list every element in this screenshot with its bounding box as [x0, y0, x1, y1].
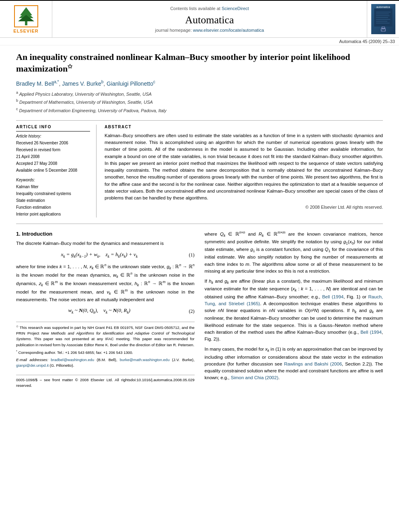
- email-burke[interactable]: burke@math.washington.edu: [120, 357, 170, 362]
- issn-line: 0005-1098/$ – see front matter © 2008 El…: [16, 377, 131, 389]
- journal-header: ELSEVIER Contents lists available at Sci…: [0, 0, 399, 38]
- right-para-2: If hk and gk are affine (linear plus a c…: [205, 278, 383, 343]
- footnote-1: ✩ This research was supported in part by…: [16, 325, 195, 348]
- journal-thumbnail: automatica: [367, 1, 399, 37]
- svg-rect-7: [14, 5, 15, 27]
- journal-center: Contents lists available at ScienceDirec…: [52, 1, 367, 37]
- affil-c: c Department of Information Engineering,…: [16, 106, 383, 114]
- right-para-3: In many cases, the model for xk in (1) i…: [205, 346, 383, 381]
- body-right-column: where Qk ∈ ℝn×n and Rk ∈ ℝm×m are the kn…: [205, 230, 383, 388]
- ref-bell-1994[interactable]: Bell (1994: [322, 294, 343, 299]
- svg-rect-8: [37, 5, 38, 27]
- affil-b: b Department of Mathematics, University …: [16, 98, 383, 106]
- main-content: An inequality constrained nonlinear Kalm…: [0, 45, 399, 396]
- date-revised-label: Received in revised form: [16, 146, 90, 153]
- elsevier-tree-icon: [14, 5, 38, 27]
- ref-bell-1994-2[interactable]: Bell (1994: [360, 330, 382, 335]
- sciencedirect-link[interactable]: ScienceDirect: [222, 6, 249, 11]
- date-revised: 21 April 2008: [16, 153, 90, 160]
- ref-simon[interactable]: Simon and Chia (2002): [231, 375, 278, 380]
- eq2-content: wk ~ N(0, Qk), vk ~ N(0, Rk): [16, 306, 183, 315]
- keyword-list: Kalman filter Inequality constrained sys…: [16, 183, 90, 218]
- affil-a: a Applied Physics Laboratory, University…: [16, 90, 383, 98]
- keywords-label: Keywords:: [16, 178, 90, 182]
- contents-line: Contents lists available at ScienceDirec…: [170, 6, 249, 11]
- article-info-title: ARTICLE INFO: [16, 125, 90, 129]
- ref-rawlings[interactable]: Rawlings and Bakshi (2006: [284, 362, 342, 366]
- keyword-1: Kalman filter: [16, 183, 90, 190]
- homepage-line: journal homepage: www.elsevier.com/locat…: [155, 28, 264, 33]
- date-accepted: Accepted 27 May 2008: [16, 160, 90, 167]
- divider-1: [16, 120, 383, 121]
- intro-para-1: The discrete Kalman–Bucy model for the d…: [16, 240, 195, 247]
- keyword-2: Inequality constrained systems: [16, 190, 90, 197]
- keyword-5: Interior point applications: [16, 211, 90, 218]
- elsevier-label: ELSEVIER: [13, 29, 38, 33]
- authors-line: Bradley M. Bella,*, James V. Burkeb, Gia…: [16, 80, 383, 87]
- footnote-section: ✩ This research was supported in part by…: [16, 322, 195, 369]
- copyright-line: © 2008 Elsevier Ltd. All rights reserved…: [105, 205, 383, 210]
- keyword-3: State estimation: [16, 197, 90, 204]
- date-online: Available online 5 December 2008: [16, 167, 90, 174]
- date-received: Received 26 November 2006: [16, 140, 90, 146]
- svg-rect-5: [14, 5, 38, 6]
- equation-2: wk ~ N(0, Qk), vk ~ N(0, Rk) (2): [16, 306, 195, 315]
- intro-para-2: where for time index k = 1, . . . , N, x…: [16, 263, 195, 304]
- eq1-number: (1): [183, 251, 195, 259]
- keyword-4: Function estimation: [16, 204, 90, 211]
- article-history-label: Article history:: [16, 134, 90, 138]
- abstract-text: Kalman–Bucy smoothers are often used to …: [105, 132, 383, 202]
- article-dates: Received 26 November 2006 Received in re…: [16, 140, 90, 174]
- footnote-3: E-mail addresses: bradbel@washington.edu…: [16, 357, 195, 369]
- affiliations: a Applied Physics Laboratory, University…: [16, 90, 383, 114]
- page: ELSEVIER Contents lists available at Sci…: [0, 0, 399, 532]
- thumb-journal-title: automatica: [376, 6, 390, 8]
- article-info: ARTICLE INFO Article history: Received 2…: [16, 125, 97, 218]
- intro-heading: 1. Introduction: [16, 230, 195, 238]
- elsevier-logo: ELSEVIER: [13, 5, 38, 33]
- eq2-number: (2): [183, 308, 195, 315]
- body-columns: 1. Introduction The discrete Kalman–Bucy…: [16, 230, 383, 388]
- equation-1: xk = gk(xk−1) + wk, zk = hk(xk) + vk (1): [16, 251, 195, 259]
- eq1-content: xk = gk(xk−1) + wk, zk = hk(xk) + vk: [16, 251, 183, 259]
- title-footnote-marker: ✩: [68, 64, 72, 70]
- printer-icon: [380, 27, 387, 33]
- email-pillonetto[interactable]: gianpi@dei.unipd.it: [16, 363, 49, 368]
- body-left-column: 1. Introduction The discrete Kalman–Bucy…: [16, 230, 195, 388]
- elsevier-logo-area: ELSEVIER: [0, 1, 52, 37]
- homepage-link[interactable]: www.elsevier.com/locate/automatica: [193, 28, 264, 33]
- svg-rect-6: [14, 27, 38, 27]
- divider-2: [16, 224, 383, 224]
- doi-line: doi:10.1016/j.automatica.2008.05.029: [131, 377, 195, 389]
- keywords-section: Keywords: Kalman filter Inequality const…: [16, 178, 90, 218]
- ref-rauch[interactable]: Rauch, Tung, and Striebel (1965): [205, 294, 383, 306]
- abstract-title: ABSTRACT: [105, 125, 383, 129]
- email-bell[interactable]: bradbel@washington.edu: [51, 357, 94, 362]
- right-para-1: where Qk ∈ ℝn×n and Rk ∈ ℝm×m are the kn…: [205, 230, 383, 275]
- citation-bar: Automatica 45 (2009) 25–33: [0, 38, 399, 45]
- svg-rect-18: [382, 30, 385, 32]
- bottom-bar: 0005-1098/$ – see front matter © 2008 El…: [16, 375, 195, 389]
- article-columns: ARTICLE INFO Article history: Received 2…: [16, 125, 383, 218]
- journal-name: Automatica: [185, 14, 234, 26]
- article-title: An inequality constrained nonlinear Kalm…: [16, 51, 383, 75]
- footnote-2: * Corresponding author. Tel.: +1 206 543…: [16, 349, 195, 355]
- abstract-section: ABSTRACT Kalman–Bucy smoothers are often…: [105, 125, 383, 218]
- thumb-image-icon: [373, 8, 393, 27]
